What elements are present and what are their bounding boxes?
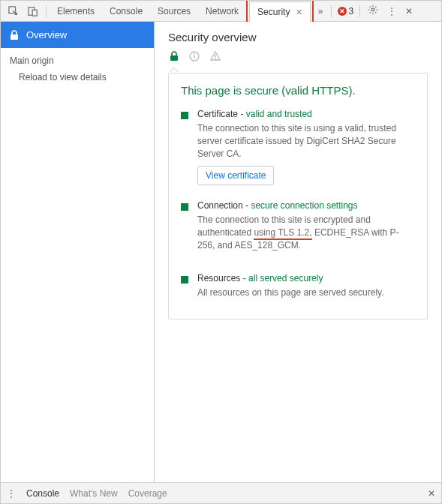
cert-label: Certificate	[197, 109, 238, 119]
error-count: 3	[349, 6, 354, 16]
resources-title: Resources - all served securely	[197, 273, 415, 284]
svg-rect-8	[194, 56, 194, 58]
svg-point-7	[194, 53, 195, 55]
certificate-description: The connection to this site is using a v…	[197, 122, 415, 160]
tab-security-label: Security	[257, 7, 290, 17]
status-square-icon	[181, 112, 188, 119]
security-content: Security overview This page is secure (v…	[155, 22, 441, 482]
cert-status: valid and trusted	[246, 109, 312, 119]
close-devtools-icon[interactable]: ✕	[401, 3, 417, 20]
connection-block: Connection - secure connection settings …	[181, 200, 415, 257]
error-circle-icon: ✕	[338, 7, 347, 16]
svg-point-10	[215, 58, 216, 59]
tab-network[interactable]: Network	[198, 2, 246, 21]
sidebar-item-overview[interactable]: Overview	[1, 22, 154, 48]
main-area: Overview Main origin Reload to view deta…	[1, 22, 441, 482]
callout-pointer	[170, 68, 179, 73]
connection-description: The connection to this site is encrypted…	[197, 214, 415, 251]
security-callout: This page is secure (valid HTTPS). Certi…	[168, 73, 428, 320]
close-drawer-icon[interactable]: ✕	[428, 488, 435, 499]
drawer-tab-coverage[interactable]: Coverage	[128, 488, 167, 499]
separator	[359, 5, 360, 17]
settings-gear-icon[interactable]	[363, 2, 383, 20]
tab-console[interactable]: Console	[102, 2, 150, 21]
svg-rect-5	[170, 56, 178, 61]
conn-label: Connection	[197, 200, 243, 211]
annotation-highlight: Security ✕	[246, 0, 314, 24]
more-tabs-chevron-icon[interactable]: »	[314, 3, 328, 20]
inspect-element-icon[interactable]	[4, 3, 23, 20]
device-toolbar-icon[interactable]	[23, 3, 43, 20]
status-square-icon	[181, 276, 188, 284]
tab-security[interactable]: Security ✕	[249, 2, 311, 22]
resources-description: All resources on this page are served se…	[197, 286, 415, 299]
certificate-title: Certificate - valid and trusted	[197, 109, 415, 119]
res-status: all served securely	[248, 273, 323, 284]
sidebar-reload-message: Reload to view details	[1, 69, 154, 86]
res-label: Resources	[197, 273, 240, 284]
devtools-tab-bar: Elements Console Sources Network Securit…	[1, 1, 441, 22]
svg-point-3	[371, 8, 374, 11]
lock-icon	[10, 30, 19, 40]
security-state-icons	[168, 51, 428, 64]
overview-label: Overview	[26, 29, 67, 40]
separator	[331, 5, 332, 17]
view-certificate-button[interactable]: View certificate	[197, 166, 274, 185]
tab-elements[interactable]: Elements	[50, 2, 102, 21]
connection-title: Connection - secure connection settings	[197, 200, 415, 211]
separator	[46, 5, 47, 17]
tab-sources[interactable]: Sources	[150, 2, 198, 21]
svg-rect-9	[215, 55, 215, 58]
error-badge[interactable]: ✕ 3	[335, 4, 357, 18]
certificate-block: Certificate - valid and trusted The conn…	[181, 109, 415, 185]
annotation-underline: using TLS 1.2,	[254, 227, 311, 240]
drawer-tab-console[interactable]: Console	[26, 488, 59, 499]
svg-rect-2	[32, 10, 37, 16]
secure-summary: This page is secure (valid HTTPS).	[181, 84, 415, 97]
conn-status: secure connection settings	[251, 200, 357, 211]
close-icon[interactable]: ✕	[296, 8, 302, 16]
kebab-menu-icon[interactable]: ⋮	[7, 488, 16, 499]
page-title: Security overview	[168, 31, 428, 44]
drawer-bar: ⋮ Console What's New Coverage ✕	[1, 482, 441, 503]
status-square-icon	[181, 203, 188, 211]
warning-icon	[210, 51, 221, 64]
drawer-tab-whatsnew[interactable]: What's New	[70, 488, 118, 499]
info-icon	[189, 51, 200, 64]
sidebar-main-origin-header: Main origin	[1, 48, 154, 69]
lock-icon	[170, 51, 179, 64]
kebab-menu-icon[interactable]: ⋮	[383, 3, 401, 20]
security-sidebar: Overview Main origin Reload to view deta…	[1, 22, 155, 482]
resources-block: Resources - all served securely All reso…	[181, 273, 415, 305]
svg-rect-4	[11, 34, 18, 40]
